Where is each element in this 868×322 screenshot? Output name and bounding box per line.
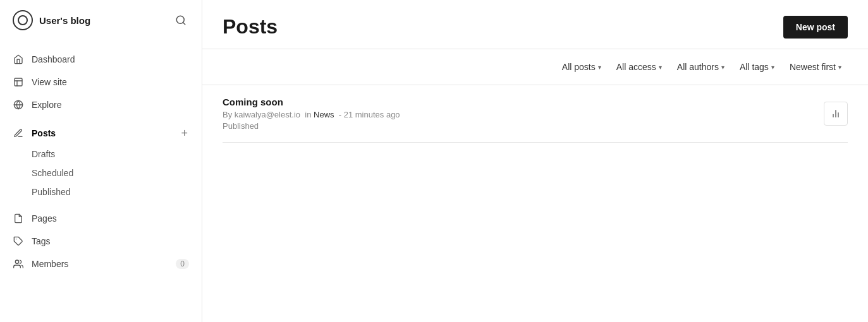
table-row: Coming soon By kaiwalya@elest.io in News…: [223, 85, 848, 143]
sidebar-item-tags[interactable]: Tags: [0, 230, 202, 253]
view-site-icon: [13, 76, 24, 88]
nav-divider: [0, 119, 202, 119]
post-stats-button[interactable]: [824, 102, 848, 126]
sidebar: User's blog Dashboard View site: [0, 0, 202, 322]
add-post-button[interactable]: +: [180, 128, 189, 139]
post-actions: [824, 102, 848, 126]
post-meta: By kaiwalya@elest.io in News - 21 minute…: [223, 110, 400, 119]
newest-first-filter[interactable]: Newest first ▾: [783, 58, 848, 76]
tag-icon: [13, 236, 24, 247]
svg-point-8: [15, 260, 18, 263]
globe-icon: [13, 99, 24, 110]
svg-rect-2: [15, 78, 22, 86]
sidebar-item-pages-label: Pages: [32, 213, 57, 224]
sidebar-item-view-site-label: View site: [32, 77, 67, 87]
sidebar-item-posts-label: Posts: [32, 128, 56, 138]
all-authors-filter[interactable]: All authors ▾: [671, 58, 731, 76]
sidebar-item-members-label: Members: [32, 259, 68, 269]
main-header: Posts New post: [202, 0, 868, 49]
post-time: 21 minutes ago: [344, 110, 400, 119]
post-tag[interactable]: News: [314, 110, 334, 119]
sidebar-item-posts-row: Posts +: [0, 122, 202, 145]
sidebar-logo[interactable]: User's blog: [13, 10, 90, 30]
page-title: Posts: [223, 15, 278, 39]
post-author: kaiwalya@elest.io: [235, 110, 300, 119]
post-status: Published: [223, 121, 400, 131]
chevron-down-icon: ▾: [771, 64, 774, 71]
chevron-down-icon: ▾: [721, 64, 724, 71]
posts-icon: [13, 128, 24, 139]
sidebar-item-posts[interactable]: Posts: [13, 128, 56, 139]
posts-subnav: Drafts Scheduled Published: [0, 145, 202, 201]
members-count-badge: 0: [176, 259, 189, 269]
post-title[interactable]: Coming soon: [223, 97, 400, 107]
sidebar-header: User's blog: [0, 0, 202, 40]
sidebar-item-drafts[interactable]: Drafts: [32, 145, 202, 164]
blog-name: User's blog: [39, 15, 90, 26]
all-posts-filter[interactable]: All posts ▾: [556, 58, 608, 76]
sidebar-item-dashboard[interactable]: Dashboard: [0, 48, 202, 71]
logo-icon: [13, 10, 33, 30]
posts-list: Coming soon By kaiwalya@elest.io in News…: [202, 85, 868, 322]
sidebar-item-pages[interactable]: Pages: [0, 207, 202, 230]
all-tags-filter[interactable]: All tags ▾: [733, 58, 781, 76]
chevron-down-icon: ▾: [659, 64, 662, 71]
search-icon: [175, 15, 186, 26]
pages-icon: [13, 213, 24, 224]
members-icon: [13, 258, 24, 270]
sidebar-item-explore[interactable]: Explore: [0, 93, 202, 116]
sidebar-item-view-site[interactable]: View site: [0, 71, 202, 93]
bar-chart-icon: [831, 109, 841, 119]
home-icon: [13, 54, 24, 65]
post-info: Coming soon By kaiwalya@elest.io in News…: [223, 97, 400, 131]
sidebar-item-explore-label: Explore: [32, 100, 61, 110]
filters-bar: All posts ▾ All access ▾ All authors ▾ A…: [202, 49, 868, 85]
search-button[interactable]: [173, 12, 189, 28]
sidebar-item-published[interactable]: Published: [32, 182, 202, 201]
nav-divider-2: [0, 204, 202, 205]
sidebar-item-scheduled[interactable]: Scheduled: [32, 164, 202, 182]
sidebar-item-members[interactable]: Members: [13, 258, 68, 270]
sidebar-item-dashboard-label: Dashboard: [32, 54, 75, 64]
sidebar-item-members-row: Members 0: [0, 253, 202, 275]
new-post-button[interactable]: New post: [783, 16, 848, 39]
chevron-down-icon: ▾: [598, 64, 601, 71]
all-access-filter[interactable]: All access ▾: [610, 58, 668, 76]
svg-line-1: [183, 22, 185, 24]
chevron-down-icon: ▾: [838, 64, 841, 71]
sidebar-item-tags-label: Tags: [32, 236, 51, 246]
main-content: Posts New post All posts ▾ All access ▾ …: [202, 0, 868, 322]
sidebar-nav: Dashboard View site Explore: [0, 40, 202, 283]
